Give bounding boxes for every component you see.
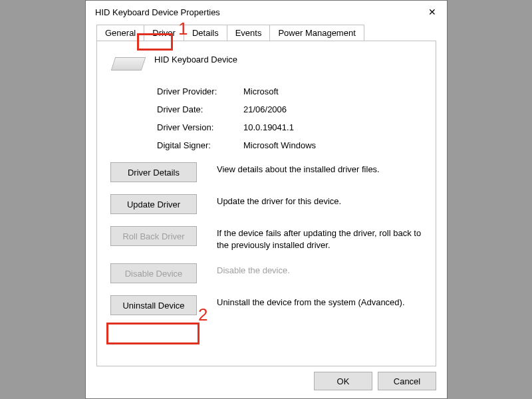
close-icon: ✕ (428, 7, 436, 17)
ok-button[interactable]: OK (314, 372, 372, 390)
cancel-button[interactable]: Cancel (378, 372, 436, 390)
driver-tab-panel: HID Keyboard Device Driver Provider: Mic… (96, 41, 436, 366)
window-title: HID Keyboard Device Properties (95, 7, 417, 17)
keyboard-icon (111, 57, 146, 70)
tab-events[interactable]: Events (227, 25, 271, 41)
driver-version-value: 10.0.19041.1 (243, 122, 294, 132)
close-button[interactable]: ✕ (417, 1, 447, 23)
titlebar: HID Keyboard Device Properties ✕ (86, 1, 447, 23)
tab-row: General Driver Details Events Power Mana… (86, 23, 447, 41)
driver-date-value: 21/06/2006 (243, 104, 287, 114)
update-driver-button[interactable]: Update Driver (110, 194, 197, 214)
roll-back-driver-button: Roll Back Driver (110, 226, 197, 246)
tab-details[interactable]: Details (184, 25, 227, 41)
disable-device-desc: Disable the device. (197, 263, 424, 277)
driver-provider-value: Microsoft (243, 86, 279, 96)
driver-version-label: Driver Version: (157, 122, 243, 132)
device-name: HID Keyboard Device (154, 53, 237, 65)
update-driver-desc: Update the driver for this device. (197, 194, 424, 207)
device-header: HID Keyboard Device (109, 53, 424, 70)
disable-device-button: Disable Device (110, 263, 197, 283)
dialog-footer: OK Cancel (314, 372, 436, 390)
uninstall-device-desc: Uninstall the device from the system (Ad… (197, 295, 424, 309)
roll-back-driver-desc: If the device fails after updating the d… (197, 226, 424, 251)
driver-provider-label: Driver Provider: (157, 86, 243, 96)
driver-actions: Driver Details View details about the in… (109, 162, 424, 315)
driver-details-button[interactable]: Driver Details (110, 162, 197, 182)
driver-details-desc: View details about the installed driver … (197, 162, 424, 176)
tab-general[interactable]: General (96, 25, 144, 41)
properties-dialog: HID Keyboard Device Properties ✕ General… (85, 0, 448, 399)
uninstall-device-button[interactable]: Uninstall Device (110, 295, 197, 315)
digital-signer-label: Digital Signer: (157, 140, 243, 150)
digital-signer-value: Microsoft Windows (243, 140, 316, 150)
tab-driver[interactable]: Driver (144, 25, 184, 41)
driver-date-label: Driver Date: (157, 104, 243, 114)
tab-power-management[interactable]: Power Management (269, 25, 364, 41)
